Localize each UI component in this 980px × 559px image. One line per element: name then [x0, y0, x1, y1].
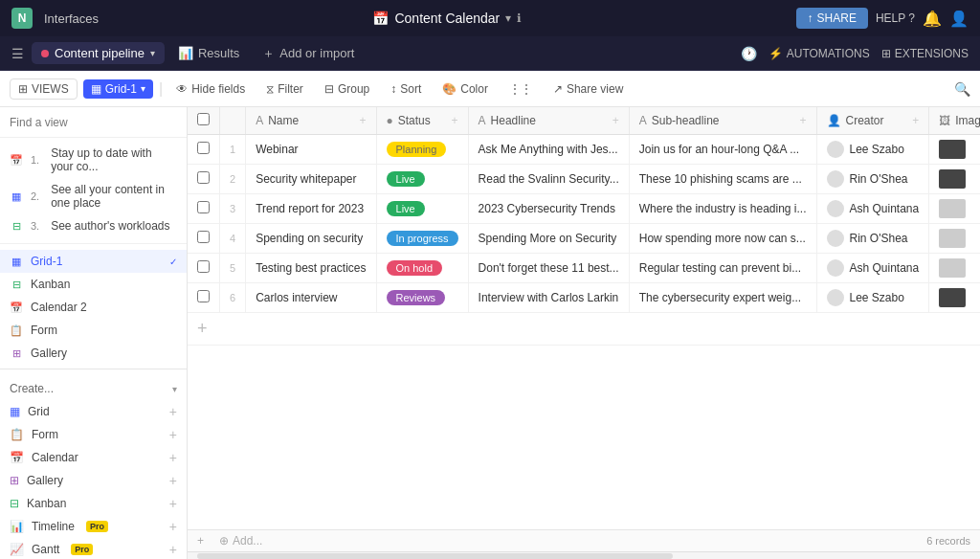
- cell-subheadline[interactable]: Join us for an hour-long Q&A ...: [629, 135, 816, 165]
- sidebar-item-all-content[interactable]: ▦ 2. See all your content in one place: [0, 178, 187, 214]
- cell-creator[interactable]: Ash Quintana: [816, 254, 929, 283]
- share-view-button[interactable]: ↗ Share view: [546, 79, 631, 99]
- add-row-button[interactable]: +: [188, 313, 980, 346]
- create-form[interactable]: 📋 Form +: [0, 423, 187, 446]
- sidebar-item-calendar2[interactable]: 📅 Calendar 2: [0, 296, 187, 319]
- cell-status[interactable]: Live: [376, 194, 468, 224]
- add-icon[interactable]: +: [169, 496, 177, 511]
- cell-status[interactable]: Live: [376, 165, 468, 194]
- add-tab[interactable]: ＋ Add or import: [253, 41, 364, 66]
- cell-name[interactable]: Security whitepaper: [246, 165, 376, 194]
- add-icon[interactable]: +: [169, 542, 177, 557]
- add-icon[interactable]: +: [169, 427, 177, 442]
- results-tab[interactable]: 📊 Results: [168, 42, 249, 64]
- pipeline-tab[interactable]: Content pipeline ▾: [32, 42, 165, 64]
- cell-headline[interactable]: Ask Me Anything with Jes...: [468, 135, 629, 165]
- create-grid[interactable]: ▦ Grid +: [0, 400, 187, 423]
- filter-button[interactable]: ⧖ Filter: [258, 79, 311, 99]
- add-icon[interactable]: +: [169, 450, 177, 465]
- second-nav-right: 🕐 ⚡ AUTOMATIONS ⊞ EXTENSIONS: [741, 46, 969, 61]
- cell-creator[interactable]: Lee Szabo: [816, 283, 929, 313]
- cell-subheadline[interactable]: Regular testing can prevent bi...: [629, 254, 816, 283]
- cell-subheadline[interactable]: Where the industry is heading i...: [629, 194, 816, 224]
- cell-name[interactable]: Testing best practices: [246, 254, 376, 283]
- extensions-button[interactable]: ⊞ EXTENSIONS: [881, 47, 969, 60]
- cell-headline[interactable]: 2023 Cybersecurity Trends: [468, 194, 629, 224]
- cell-headline[interactable]: Don't forget these 11 best...: [468, 254, 629, 283]
- color-button[interactable]: 🎨 Color: [434, 79, 496, 99]
- cell-image[interactable]: [929, 135, 980, 165]
- cell-image[interactable]: [929, 165, 980, 194]
- sidebar-item-workloads[interactable]: ⊟ 3. See author's workloads: [0, 214, 187, 237]
- row-height-button[interactable]: ⋮⋮: [501, 79, 540, 99]
- hamburger-menu[interactable]: ☰: [11, 46, 24, 61]
- create-kanban[interactable]: ⊟ Kanban +: [0, 492, 187, 515]
- clock-icon[interactable]: 🕐: [741, 46, 757, 61]
- grid-view-button[interactable]: ▦ Grid-1 ▾: [83, 79, 153, 99]
- info-icon[interactable]: ℹ: [517, 11, 522, 25]
- cell-headline[interactable]: Interview with Carlos Larkin: [468, 283, 629, 313]
- hide-fields-button[interactable]: 👁 Hide fields: [168, 79, 253, 99]
- cell-name[interactable]: Carlos interview: [246, 283, 376, 313]
- cell-subheadline[interactable]: How spending more now can s...: [629, 224, 816, 254]
- cell-subheadline[interactable]: These 10 phishing scams are ...: [629, 165, 816, 194]
- row-checkbox[interactable]: [188, 254, 220, 283]
- cell-image[interactable]: [929, 224, 980, 254]
- user-icon[interactable]: 👤: [949, 10, 969, 28]
- cell-headline[interactable]: Spending More on Security: [468, 224, 629, 254]
- cell-name[interactable]: Trend report for 2023: [246, 194, 376, 224]
- cell-status[interactable]: In progress: [376, 224, 468, 254]
- dropdown-icon[interactable]: ▾: [505, 11, 511, 25]
- cell-image[interactable]: [929, 254, 980, 283]
- add-icon[interactable]: +: [169, 519, 177, 534]
- cell-name[interactable]: Webinar: [246, 135, 376, 165]
- cell-subheadline[interactable]: The cybersecurity expert weig...: [629, 283, 816, 313]
- search-input[interactable]: [10, 116, 177, 129]
- group-button[interactable]: ⊟ Group: [317, 79, 377, 99]
- add-icon[interactable]: +: [169, 404, 177, 419]
- cell-headline[interactable]: Read the Svalinn Security...: [468, 165, 629, 194]
- add-record-button[interactable]: +: [197, 534, 204, 548]
- cell-status[interactable]: Planning: [376, 135, 468, 165]
- create-gantt[interactable]: 📈 Gantt Pro +: [0, 538, 187, 559]
- cell-image[interactable]: [929, 194, 980, 224]
- scrollbar-thumb[interactable]: [197, 553, 673, 559]
- cell-creator[interactable]: Ash Quintana: [816, 194, 929, 224]
- create-calendar[interactable]: 📅 Calendar +: [0, 446, 187, 469]
- create-header[interactable]: Create... ▾: [0, 377, 187, 400]
- row-checkbox[interactable]: [188, 135, 220, 165]
- select-all-checkbox[interactable]: [197, 113, 210, 125]
- views-button[interactable]: ⊞ VIEWS: [10, 78, 78, 100]
- row-checkbox[interactable]: [188, 283, 220, 313]
- share-button[interactable]: ↑ SHARE: [796, 8, 868, 29]
- help-button[interactable]: HELP ?: [876, 11, 915, 25]
- sidebar-item-kanban[interactable]: ⊟ Kanban: [0, 273, 187, 296]
- create-timeline[interactable]: 📊 Timeline Pro +: [0, 515, 187, 538]
- create-gallery[interactable]: ⊞ Gallery +: [0, 469, 187, 492]
- search-button[interactable]: 🔍: [954, 81, 970, 97]
- add-icon[interactable]: +: [169, 473, 177, 488]
- cell-status[interactable]: Reviews: [376, 283, 468, 313]
- add-extra-button[interactable]: ⊕ Add...: [219, 534, 262, 548]
- sort-button[interactable]: ↕ Sort: [383, 79, 429, 99]
- cell-creator[interactable]: Rin O'Shea: [816, 224, 929, 254]
- notification-icon[interactable]: 🔔: [923, 10, 942, 28]
- sidebar-item-stay-updated[interactable]: 📅 1. Stay up to date with your co...: [0, 142, 187, 178]
- cell-image[interactable]: [929, 283, 980, 313]
- row-checkbox[interactable]: [188, 165, 220, 194]
- cell-creator[interactable]: Rin O'Shea: [816, 165, 929, 194]
- row-checkbox[interactable]: [188, 224, 220, 254]
- sidebar-item-form[interactable]: 📋 Form: [0, 319, 187, 342]
- sidebar-item-gallery[interactable]: ⊞ Gallery: [0, 342, 187, 365]
- horizontal-scrollbar[interactable]: [188, 551, 980, 559]
- breadcrumb[interactable]: Interfaces: [44, 11, 99, 26]
- table-row: 4 Spending on security In progress Spend…: [188, 224, 980, 254]
- row-number: 6: [220, 283, 246, 313]
- row-checkbox[interactable]: [188, 194, 220, 224]
- automations-button[interactable]: ⚡ AUTOMATIONS: [768, 47, 870, 60]
- cell-name[interactable]: Spending on security: [246, 224, 376, 254]
- sidebar-item-grid1[interactable]: ▦ Grid-1 ✓: [0, 250, 187, 273]
- share-view-icon: ↗: [553, 82, 563, 96]
- cell-creator[interactable]: Lee Szabo: [816, 135, 929, 165]
- cell-status[interactable]: On hold: [376, 254, 468, 283]
